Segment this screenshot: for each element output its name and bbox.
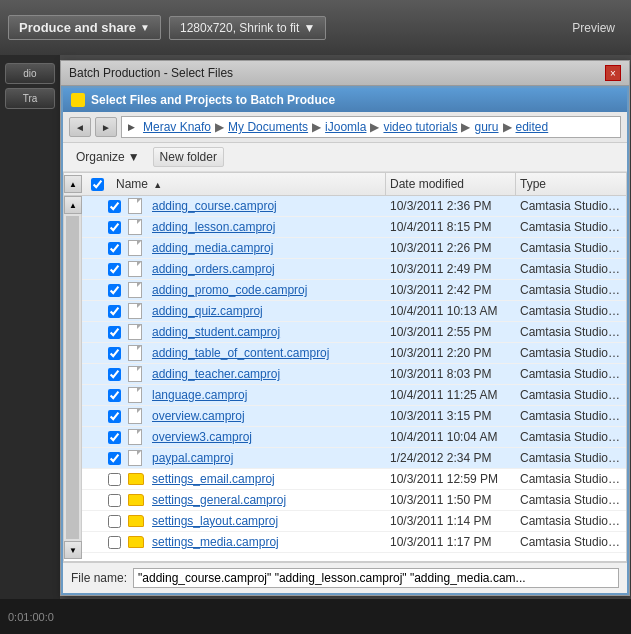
row-name[interactable]: settings_general.camproj (148, 490, 386, 510)
row-checkbox[interactable] (108, 221, 121, 234)
table-row[interactable]: adding_teacher.camproj10/3/2011 8:03 PMC… (82, 364, 626, 385)
table-row[interactable]: adding_orders.camproj10/3/2011 2:49 PMCa… (82, 259, 626, 280)
row-type: Camtasia Studio Pro... (516, 532, 626, 552)
row-type: Camtasia Studio Pro... (516, 490, 626, 510)
row-name[interactable]: adding_lesson.camproj (148, 217, 386, 237)
table-row[interactable]: overview.camproj10/3/2011 3:15 PMCamtasi… (82, 406, 626, 427)
resolution-button[interactable]: 1280x720, Shrink to fit ▼ (169, 16, 326, 40)
table-row[interactable]: adding_promo_code.camproj10/3/2011 2:42 … (82, 280, 626, 301)
row-checkbox[interactable] (108, 368, 121, 381)
table-row[interactable]: settings_layout.camproj10/3/2011 1:14 PM… (82, 511, 626, 532)
row-checkbox[interactable] (108, 452, 121, 465)
row-type: Camtasia Studio Pro... (516, 322, 626, 342)
row-checkbox-wrap (100, 347, 128, 360)
row-checkbox[interactable] (108, 242, 121, 255)
table-row[interactable]: adding_media.camproj10/3/2011 2:26 PMCam… (82, 238, 626, 259)
row-checkbox[interactable] (108, 473, 121, 486)
file-icon (128, 345, 142, 361)
table-row[interactable]: adding_quiz.camproj10/4/2011 10:13 AMCam… (82, 301, 626, 322)
dialog-icon (71, 93, 85, 107)
row-name[interactable]: adding_course.camproj (148, 196, 386, 216)
path-edited[interactable]: edited (516, 120, 549, 134)
col-header-type[interactable]: Type (516, 173, 626, 195)
row-checkbox[interactable] (108, 536, 121, 549)
produce-share-button[interactable]: Produce and share ▼ (8, 15, 161, 40)
row-checkbox[interactable] (108, 515, 121, 528)
select-all-checkbox[interactable] (91, 178, 104, 191)
row-date: 10/3/2011 2:20 PM (386, 343, 516, 363)
row-checkbox[interactable] (108, 347, 121, 360)
left-panel-btn-1[interactable]: dio (5, 63, 55, 84)
row-name[interactable]: overview3.camproj (148, 427, 386, 447)
file-icon-wrap (128, 366, 148, 382)
batch-close-button[interactable]: × (605, 65, 621, 81)
file-icon (128, 303, 142, 319)
path-dropdown-arrow[interactable]: ▶ (128, 122, 135, 132)
row-name[interactable]: language.camproj (148, 385, 386, 405)
row-checkbox[interactable] (108, 410, 121, 423)
scroll-thumb[interactable] (66, 216, 79, 539)
table-row[interactable]: settings_general.camproj10/3/2011 1:50 P… (82, 490, 626, 511)
scroll-down-btn[interactable]: ▼ (64, 541, 82, 559)
row-name[interactable]: adding_quiz.camproj (148, 301, 386, 321)
table-row[interactable]: overview3.camproj10/4/2011 10:04 AMCamta… (82, 427, 626, 448)
row-checkbox[interactable] (108, 284, 121, 297)
row-name[interactable]: adding_orders.camproj (148, 259, 386, 279)
path-video-tutorials[interactable]: video tutorials (383, 120, 457, 134)
row-name[interactable]: adding_promo_code.camproj (148, 280, 386, 300)
path-merav[interactable]: Merav Knafo (143, 120, 211, 134)
table-row[interactable]: language.camproj10/4/2011 11:25 AMCamtas… (82, 385, 626, 406)
new-folder-button[interactable]: New folder (153, 147, 224, 167)
row-checkbox[interactable] (108, 431, 121, 444)
table-row[interactable]: settings_email.camproj10/3/2011 12:59 PM… (82, 469, 626, 490)
vertical-scrollbar[interactable]: ▲ ▼ (64, 196, 82, 559)
row-name[interactable]: settings_layout.camproj (148, 511, 386, 531)
row-name[interactable]: settings_media.camproj (148, 532, 386, 552)
table-row[interactable]: adding_lesson.camproj10/4/2011 8:15 PMCa… (82, 217, 626, 238)
scroll-up[interactable]: ▲ (64, 175, 82, 193)
row-date: 10/3/2011 8:03 PM (386, 364, 516, 384)
row-checkbox[interactable] (108, 326, 121, 339)
scroll-up-btn[interactable]: ▲ (64, 196, 82, 214)
row-name[interactable]: paypal.camproj (148, 448, 386, 468)
row-name[interactable]: adding_teacher.camproj (148, 364, 386, 384)
filename-label: File name: (71, 571, 127, 585)
path-ijoomla[interactable]: iJoomla (325, 120, 366, 134)
row-checkbox[interactable] (108, 389, 121, 402)
row-checkbox-wrap (100, 431, 128, 444)
timeline-bar: 0:01:00:0 (0, 599, 631, 634)
left-panel-btn-2[interactable]: Tra (5, 88, 55, 109)
table-row[interactable]: paypal.camproj1/24/2012 2:34 PMCamtasia … (82, 448, 626, 469)
row-checkbox-wrap (100, 473, 128, 486)
table-row[interactable]: adding_course.camproj10/3/2011 2:36 PMCa… (82, 196, 626, 217)
table-row[interactable]: adding_student.camproj10/3/2011 2:55 PMC… (82, 322, 626, 343)
dialog-title: Select Files and Projects to Batch Produ… (91, 93, 335, 107)
file-icon-wrap (128, 536, 148, 548)
row-name[interactable]: adding_media.camproj (148, 238, 386, 258)
back-button[interactable]: ◄ (69, 117, 91, 137)
row-date: 10/3/2011 2:36 PM (386, 196, 516, 216)
table-row[interactable]: adding_table_of_content.camproj10/3/2011… (82, 343, 626, 364)
path-guru[interactable]: guru (474, 120, 498, 134)
row-date: 10/4/2011 10:04 AM (386, 427, 516, 447)
row-checkbox[interactable] (108, 494, 121, 507)
col-header-name[interactable]: Name ▲ (112, 173, 386, 195)
organize-button[interactable]: Organize ▼ (71, 147, 145, 167)
col-header-date[interactable]: Date modified (386, 173, 516, 195)
row-name[interactable]: adding_student.camproj (148, 322, 386, 342)
row-type: Camtasia Studio Pro... (516, 343, 626, 363)
row-checkbox[interactable] (108, 263, 121, 276)
scroll-up-btn[interactable]: ▲ (64, 175, 82, 193)
table-row[interactable]: settings_media.camproj10/3/2011 1:17 PMC… (82, 532, 626, 553)
file-icon-wrap (128, 429, 148, 445)
forward-button[interactable]: ► (95, 117, 117, 137)
folder-icon (128, 494, 144, 506)
path-mydocs[interactable]: My Documents (228, 120, 308, 134)
row-name[interactable]: adding_table_of_content.camproj (148, 343, 386, 363)
row-checkbox[interactable] (108, 305, 121, 318)
row-name[interactable]: settings_email.camproj (148, 469, 386, 489)
row-checkbox[interactable] (108, 200, 121, 213)
row-name[interactable]: overview.camproj (148, 406, 386, 426)
timeline-time: 0:01:00:0 (8, 611, 54, 623)
filename-input[interactable] (133, 568, 619, 588)
